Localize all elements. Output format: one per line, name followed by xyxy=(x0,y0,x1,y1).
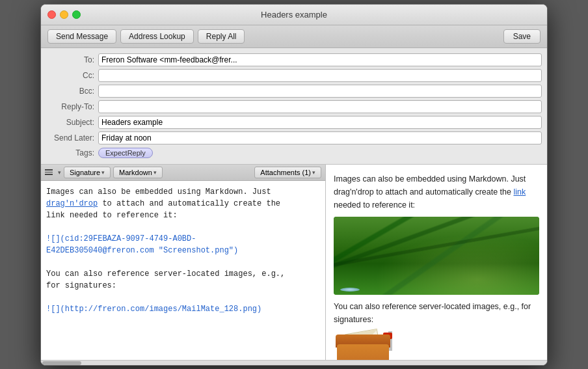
editor-line-6: E42DEB305040@freron.com "Screenshot.png"… xyxy=(46,245,320,256)
traffic-lights xyxy=(47,10,81,19)
editor-line-8: You can also reference server-located im… xyxy=(46,268,320,280)
preview-panel: Images can also be embedded using Markdo… xyxy=(326,165,547,360)
minimize-button[interactable] xyxy=(60,10,68,19)
subject-row: Subject: xyxy=(41,115,547,130)
tags-row: Tags: ExpectReply xyxy=(41,146,547,160)
preview-link: link xyxy=(513,187,526,197)
bcc-label: Bcc: xyxy=(46,87,98,96)
editor-textarea[interactable]: Images can also be embedded using Markdo… xyxy=(41,181,325,360)
preview-mailbox-image: MAIL xyxy=(334,331,392,360)
tags-label: Tags: xyxy=(46,148,98,157)
main-window: Headers example Send Message Address Loo… xyxy=(40,4,548,366)
grass-texture xyxy=(334,217,539,295)
preview-para2: You can also reference server-located im… xyxy=(334,300,539,326)
editor-toolbar: ▾ Signature ▾ Markdown ▾ Attachments (1)… xyxy=(41,165,325,181)
bcc-row: Bcc: xyxy=(41,83,547,99)
to-field[interactable] xyxy=(98,53,542,66)
send-later-field[interactable] xyxy=(98,131,542,144)
reply-to-label: Reply-To: xyxy=(46,102,98,111)
markdown-dropdown[interactable]: Markdown ▾ xyxy=(113,167,163,178)
preview-para1: Images can also be embedded using Markdo… xyxy=(334,172,539,212)
body-section: ▾ Signature ▾ Markdown ▾ Attachments (1)… xyxy=(41,165,547,360)
cc-field[interactable] xyxy=(98,69,542,82)
preview-grass-image xyxy=(334,217,539,295)
signature-dropdown[interactable]: Signature ▾ xyxy=(64,167,111,178)
editor-line-4 xyxy=(46,221,320,233)
to-label: To: xyxy=(46,55,98,64)
send-message-button[interactable]: Send Message xyxy=(47,29,116,44)
editor-line-9: for signatures: xyxy=(46,280,320,292)
editor-line-7 xyxy=(46,256,320,268)
attachments-dropdown[interactable]: Attachments (1) ▾ xyxy=(254,167,321,178)
cc-row: Cc: xyxy=(41,68,547,83)
send-later-label: Send Later: xyxy=(46,133,98,143)
markdown-arrow: ▾ xyxy=(154,169,157,176)
subject-label: Subject: xyxy=(46,118,98,127)
reply-to-row: Reply-To: xyxy=(41,99,547,115)
editor-line-5: ![](cid:29FEBAZA-9097-4749-A0BD- xyxy=(46,233,320,245)
editor-line-10 xyxy=(46,292,320,303)
reply-all-button[interactable]: Reply All xyxy=(198,29,245,44)
dropdown-arrow-lines: ▾ xyxy=(58,169,61,176)
subject-field[interactable] xyxy=(98,116,542,129)
cc-label: Cc: xyxy=(46,71,98,80)
signature-arrow: ▾ xyxy=(101,169,105,176)
content-area: To: Cc: Bcc: Reply-To: Subject: Send Lat xyxy=(41,48,547,365)
water-droplet xyxy=(340,288,360,292)
to-row: To: xyxy=(41,52,547,68)
editor-panel: ▾ Signature ▾ Markdown ▾ Attachments (1)… xyxy=(41,165,326,360)
address-lookup-button[interactable]: Address Lookup xyxy=(120,29,194,44)
attachments-arrow: ▾ xyxy=(312,169,315,176)
expect-reply-tag[interactable]: ExpectReply xyxy=(98,148,153,158)
scrollbar-thumb[interactable] xyxy=(42,361,81,365)
reply-to-field[interactable] xyxy=(98,100,542,113)
editor-line-2: drag'n'drop to attach and automatically … xyxy=(46,198,320,210)
editor-line-1: Images can also be embedded using Markdo… xyxy=(46,186,320,198)
lines-icon xyxy=(45,169,53,175)
save-button[interactable]: Save xyxy=(503,29,541,44)
close-button[interactable] xyxy=(47,10,56,19)
mailbox-body: MAIL xyxy=(337,344,389,360)
horizontal-scrollbar[interactable] xyxy=(41,360,547,365)
send-later-row: Send Later: xyxy=(41,130,547,146)
editor-line-11: ![](http://freron.com/images/MailMate_12… xyxy=(46,303,320,315)
headers-section: To: Cc: Bcc: Reply-To: Subject: Send Lat xyxy=(41,48,547,165)
editor-line-3: link needed to reference it: xyxy=(46,210,320,221)
bcc-field[interactable] xyxy=(98,85,542,98)
toolbar: Send Message Address Lookup Reply All Sa… xyxy=(41,25,547,48)
maximize-button[interactable] xyxy=(72,10,81,19)
titlebar: Headers example xyxy=(41,5,547,25)
window-title: Headers example xyxy=(261,10,327,20)
